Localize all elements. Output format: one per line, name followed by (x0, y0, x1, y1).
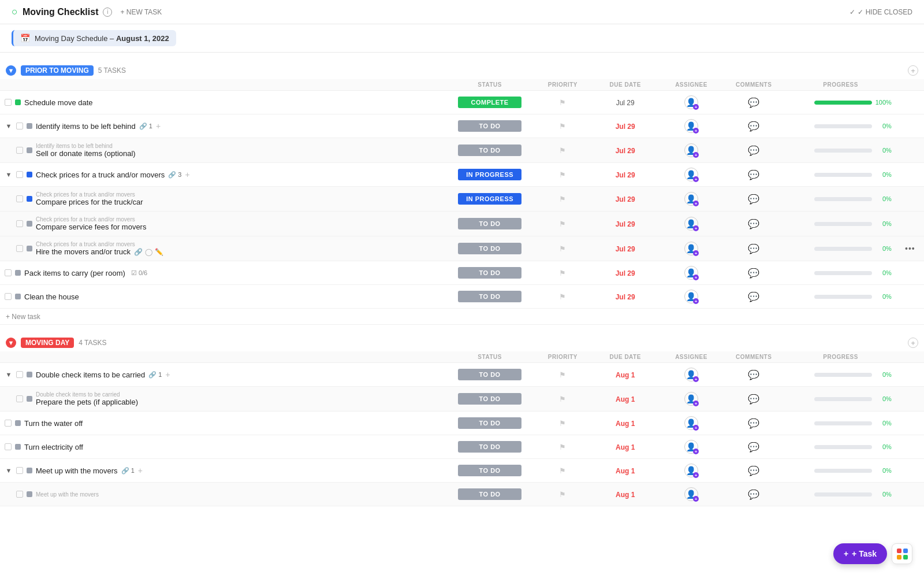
add-subtask-icon[interactable]: + (185, 170, 189, 179)
assignee-add-icon[interactable]: + (693, 496, 699, 502)
expand-btn[interactable]: ▼ (5, 466, 13, 475)
avatar[interactable]: 👤+ (684, 392, 698, 406)
task-text[interactable]: Turn electricity off (24, 443, 83, 451)
more-actions-button[interactable]: ••• (905, 244, 915, 253)
comment-icon[interactable]: 💬 (748, 146, 759, 155)
task-text[interactable]: Hire the movers and/or truck (36, 247, 131, 256)
assignee-add-icon[interactable]: + (693, 401, 699, 406)
priority-flag-icon[interactable]: ⚑ (559, 370, 566, 379)
priority-flag-icon[interactable]: ⚑ (559, 419, 566, 428)
assignee-add-icon[interactable]: + (693, 425, 699, 431)
priority-flag-icon[interactable]: ⚑ (559, 395, 566, 403)
priority-flag-icon[interactable]: ⚑ (559, 122, 566, 131)
status-badge[interactable]: TO DO (458, 120, 521, 132)
comment-icon[interactable]: 💬 (748, 98, 759, 108)
expand-btn[interactable]: ▼ (5, 370, 13, 379)
priority-flag-icon[interactable]: ⚑ (559, 98, 566, 107)
assignee-add-icon[interactable]: + (693, 128, 699, 134)
task-text[interactable]: Double check items to be carried (36, 370, 145, 379)
expand-btn[interactable]: ▼ (5, 171, 13, 179)
info-icon[interactable]: i (103, 8, 112, 17)
comment-icon[interactable]: 💬 (748, 292, 759, 302)
task-checkbox[interactable] (16, 245, 23, 252)
avatar[interactable]: 👤+ (684, 266, 698, 280)
avatar[interactable]: 👤+ (684, 290, 698, 303)
assignee-add-icon[interactable]: + (693, 176, 699, 182)
status-badge[interactable]: TO DO (458, 369, 521, 380)
avatar[interactable]: 👤+ (684, 143, 698, 157)
comment-icon[interactable]: 💬 (748, 442, 759, 452)
comment-icon[interactable]: 💬 (748, 490, 759, 499)
new-task-link-prior[interactable]: + New task (6, 313, 40, 321)
hide-closed-button[interactable]: ✓ ✓ HIDE CLOSED (850, 8, 912, 16)
status-badge[interactable]: TO DO (458, 243, 521, 254)
assignee-add-icon[interactable]: + (693, 472, 699, 478)
task-checkbox[interactable] (16, 371, 23, 378)
expand-btn[interactable]: ▼ (5, 122, 13, 130)
task-checkbox[interactable] (16, 491, 23, 498)
comment-icon[interactable]: 💬 (748, 121, 759, 131)
task-checkbox[interactable] (16, 395, 23, 402)
task-text[interactable]: Check prices for a truck and/or movers (36, 171, 165, 179)
status-badge[interactable]: IN PROGRESS (458, 169, 521, 180)
task-text[interactable]: Sell or donate items (optional) (36, 149, 136, 158)
add-subtask-icon[interactable]: + (166, 370, 170, 379)
task-checkbox[interactable] (5, 99, 12, 106)
status-badge[interactable]: TO DO (458, 393, 521, 405)
status-badge[interactable]: COMPLETE (458, 97, 521, 108)
task-checkbox[interactable] (16, 220, 23, 227)
status-badge[interactable]: TO DO (458, 441, 521, 453)
priority-flag-icon[interactable]: ⚑ (559, 466, 566, 475)
priority-flag-icon[interactable]: ⚑ (559, 292, 566, 301)
task-checkbox[interactable] (5, 443, 12, 450)
assignee-add-icon[interactable]: + (693, 298, 699, 304)
comment-icon[interactable]: 💬 (748, 394, 759, 404)
task-text[interactable]: Prepare the pets (if applicable) (36, 398, 138, 406)
priority-flag-icon[interactable]: ⚑ (559, 269, 566, 277)
doc-link[interactable]: 📅 Moving Day Schedule – August 1, 2022 (12, 30, 176, 46)
comment-icon[interactable]: 💬 (748, 418, 759, 428)
avatar[interactable]: 👤+ (684, 464, 698, 477)
comment-icon[interactable]: 💬 (748, 219, 759, 229)
status-badge[interactable]: TO DO (458, 465, 521, 476)
assignee-add-icon[interactable]: + (693, 250, 699, 256)
assignee-add-icon[interactable]: + (693, 225, 699, 231)
section-toggle-prior[interactable]: ▼ (6, 65, 16, 76)
task-text[interactable]: Pack items to carry (per room) (24, 269, 125, 277)
status-badge[interactable]: TO DO (458, 291, 521, 302)
task-checkbox[interactable] (5, 420, 12, 427)
task-checkbox[interactable] (16, 467, 23, 474)
comment-icon[interactable]: 💬 (748, 370, 759, 380)
status-badge[interactable]: TO DO (458, 218, 521, 229)
comment-icon[interactable]: 💬 (748, 170, 759, 180)
priority-flag-icon[interactable]: ⚑ (559, 171, 566, 179)
comment-icon[interactable]: 💬 (748, 268, 759, 278)
priority-flag-icon[interactable]: ⚑ (559, 490, 566, 499)
task-checkbox[interactable] (16, 171, 23, 178)
link-icon[interactable]: 🔗 (134, 248, 143, 256)
avatar[interactable]: 👤+ (684, 368, 698, 381)
task-checkbox[interactable] (16, 123, 23, 129)
avatar[interactable]: 👤+ (684, 217, 698, 231)
assignee-add-icon[interactable]: + (693, 275, 699, 280)
add-subtask-icon[interactable]: + (138, 466, 143, 475)
add-subtask-icon[interactable]: + (156, 121, 161, 131)
assignee-add-icon[interactable]: + (693, 201, 699, 206)
assignee-add-icon[interactable]: + (693, 104, 699, 110)
task-text[interactable]: Schedule move date (24, 98, 93, 107)
avatar[interactable]: 👤+ (684, 168, 698, 181)
comment-icon[interactable]: 💬 (748, 244, 759, 254)
status-badge[interactable]: TO DO (458, 488, 521, 500)
priority-flag-icon[interactable]: ⚑ (559, 195, 566, 203)
task-checkbox[interactable] (16, 147, 23, 154)
section-add-prior[interactable]: + (908, 65, 918, 76)
priority-flag-icon[interactable]: ⚑ (559, 146, 566, 155)
edit-icon[interactable]: ✏️ (155, 248, 163, 256)
section-toggle-moving[interactable]: ▼ (6, 338, 16, 348)
assignee-add-icon[interactable]: + (693, 152, 699, 158)
priority-flag-icon[interactable]: ⚑ (559, 220, 566, 228)
avatar[interactable]: 👤+ (684, 119, 698, 133)
avatar[interactable]: 👤+ (684, 242, 698, 255)
assignee-add-icon[interactable]: + (693, 376, 699, 382)
circle-icon[interactable]: ◯ (145, 248, 152, 256)
